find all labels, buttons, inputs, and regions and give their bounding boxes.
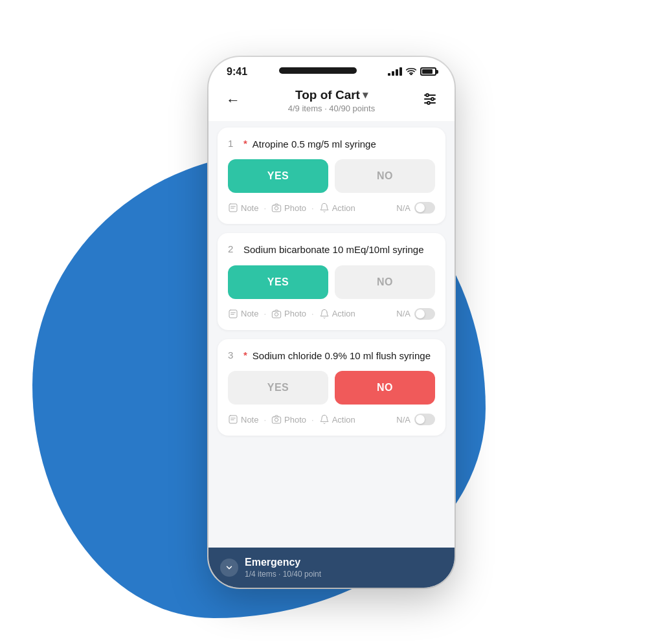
signal-icon xyxy=(388,67,402,76)
item-2-header: 2 Sodium bicarbonate 10 mEq/10ml syringe xyxy=(228,243,435,256)
svg-point-6 xyxy=(427,102,430,104)
svg-point-16 xyxy=(275,313,278,316)
item-1-yn-row: YES NO xyxy=(228,159,435,193)
item-1-no-button[interactable]: NO xyxy=(335,159,435,193)
item-card-3: 3 * Sodium chloride 0.9% 10 ml flush syr… xyxy=(218,339,445,436)
item-2-no-button[interactable]: NO xyxy=(335,265,435,299)
item-1-action-button[interactable]: Action xyxy=(319,203,355,213)
item-2-yes-button[interactable]: YES xyxy=(228,265,328,299)
item-2-photo-button[interactable]: Photo xyxy=(271,309,306,319)
item-1-na-toggle[interactable] xyxy=(414,202,435,214)
item-3-na-label: N/A xyxy=(396,415,410,425)
dynamic-island xyxy=(279,67,357,74)
item-2-number: 2 xyxy=(228,243,238,254)
item-2-na-toggle[interactable] xyxy=(414,308,435,320)
item-1-yes-button[interactable]: YES xyxy=(228,159,328,193)
bottom-section-bar: Emergency 1/4 items · 10/40 point xyxy=(208,548,455,588)
item-3-yes-button[interactable]: YES xyxy=(228,371,328,405)
item-3-na-row: N/A xyxy=(396,414,435,425)
svg-point-5 xyxy=(431,98,434,100)
phone-content: 1 * Atropine 0.5 mg/5 ml syringe YES NO xyxy=(208,121,455,588)
item-3-action-bar: Note · Photo · xyxy=(228,414,435,425)
item-1-photo-button[interactable]: Photo xyxy=(271,203,306,213)
item-1-action-bar: Note · Photo · xyxy=(228,202,435,214)
item-1-number: 1 xyxy=(228,138,238,149)
item-3-photo-button[interactable]: Photo xyxy=(271,414,306,425)
back-button[interactable]: ← xyxy=(221,89,245,112)
item-3-yn-row: YES NO xyxy=(228,371,435,405)
item-2-note-button[interactable]: Note xyxy=(228,309,258,319)
filter-button[interactable] xyxy=(418,89,442,112)
status-icons xyxy=(388,67,436,77)
bottom-chevron-button[interactable] xyxy=(220,559,238,577)
item-1-note-button[interactable]: Note xyxy=(228,203,258,213)
dropdown-arrow-icon: ▾ xyxy=(363,89,368,101)
item-1-header: 1 * Atropine 0.5 mg/5 ml syringe xyxy=(228,138,435,151)
item-2-na-row: N/A xyxy=(396,308,435,320)
wifi-icon xyxy=(406,67,416,77)
status-bar: 9:41 xyxy=(208,57,455,83)
item-card-2: 2 Sodium bicarbonate 10 mEq/10ml syringe… xyxy=(218,233,445,330)
svg-rect-7 xyxy=(229,204,237,212)
svg-rect-12 xyxy=(229,310,237,318)
item-3-required-star: * xyxy=(243,350,247,361)
bottom-section-subtitle: 1/4 items · 10/40 point xyxy=(245,570,321,579)
phone-frame: 9:41 xyxy=(208,57,455,588)
svg-point-4 xyxy=(426,94,429,96)
header-subtitle: 4/9 items · 40/90 points xyxy=(245,104,418,113)
scroll-area: 1 * Atropine 0.5 mg/5 ml syringe YES NO xyxy=(208,121,455,548)
header-title[interactable]: Top of Cart ▾ xyxy=(245,88,418,102)
item-2-action-bar: Note · Photo · xyxy=(228,308,435,320)
item-2-yn-row: YES NO xyxy=(228,265,435,299)
item-2-na-label: N/A xyxy=(396,309,410,318)
status-time: 9:41 xyxy=(227,66,247,78)
item-3-na-toggle[interactable] xyxy=(414,414,435,425)
item-card-1: 1 * Atropine 0.5 mg/5 ml syringe YES NO xyxy=(218,128,445,225)
item-2-action-button[interactable]: Action xyxy=(319,309,355,319)
bottom-section-title: Emergency xyxy=(245,557,321,568)
item-1-required-star: * xyxy=(243,138,247,149)
filter-icon xyxy=(422,91,438,109)
svg-rect-17 xyxy=(229,416,237,423)
item-3-name: Sodium chloride 0.9% 10 ml flush syringe xyxy=(253,350,431,362)
item-2-name: Sodium bicarbonate 10 mEq/10ml syringe xyxy=(243,243,423,256)
svg-point-21 xyxy=(275,418,278,421)
item-3-note-button[interactable]: Note xyxy=(228,414,258,425)
app-header: ← Top of Cart ▾ 4/9 items · 40/90 points xyxy=(208,83,455,121)
header-center: Top of Cart ▾ 4/9 items · 40/90 points xyxy=(245,88,418,113)
item-3-header: 3 * Sodium chloride 0.9% 10 ml flush syr… xyxy=(228,350,435,362)
battery-icon xyxy=(420,67,436,76)
svg-point-11 xyxy=(275,206,278,210)
svg-point-0 xyxy=(410,74,412,74)
item-1-na-row: N/A xyxy=(396,202,435,214)
item-1-na-label: N/A xyxy=(396,203,410,213)
item-1-name: Atropine 0.5 mg/5 ml syringe xyxy=(253,138,376,151)
scene: 9:41 xyxy=(0,0,663,644)
bottom-section-info: Emergency 1/4 items · 10/40 point xyxy=(245,557,321,579)
item-3-number: 3 xyxy=(228,350,238,361)
item-3-action-button[interactable]: Action xyxy=(319,414,355,425)
item-3-no-button[interactable]: NO xyxy=(335,371,435,405)
